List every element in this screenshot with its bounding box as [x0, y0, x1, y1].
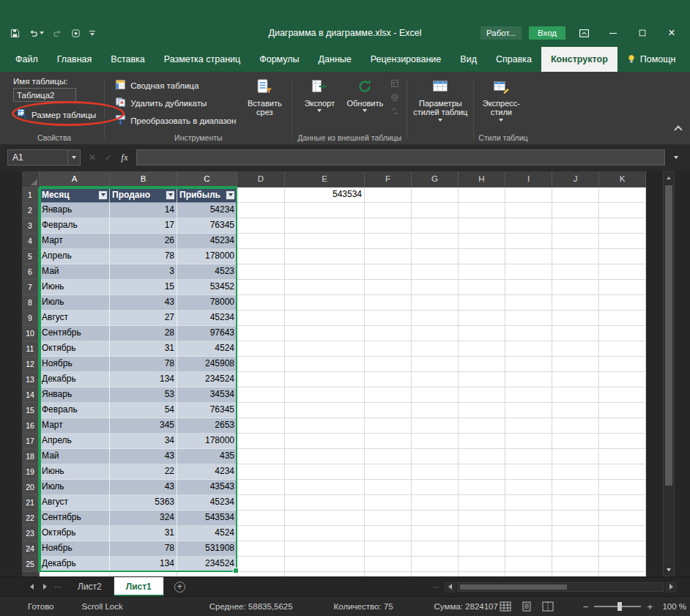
- row-header-6[interactable]: 6: [22, 264, 40, 280]
- cell-K1[interactable]: [599, 188, 646, 203]
- status-average[interactable]: Среднее: 58835,5625: [209, 602, 293, 611]
- cell-A12[interactable]: Ноябрь: [40, 357, 110, 372]
- pivot-table-button[interactable]: Сводная таблица: [109, 77, 242, 94]
- cell-G26[interactable]: [412, 572, 459, 576]
- row-header-25[interactable]: 25: [22, 557, 40, 572]
- ribbon-tab-4[interactable]: Формулы: [250, 47, 308, 72]
- cell-D20[interactable]: [237, 480, 285, 495]
- cell-H5[interactable]: [459, 249, 505, 264]
- column-header-H[interactable]: H: [459, 171, 505, 188]
- zoom-slider[interactable]: [594, 606, 641, 607]
- cell-I20[interactable]: [505, 480, 552, 495]
- cell-K21[interactable]: [599, 495, 646, 511]
- cell-J8[interactable]: [552, 295, 599, 311]
- cell-E19[interactable]: [285, 464, 365, 480]
- cell-D11[interactable]: [237, 341, 285, 357]
- status-sum[interactable]: Сумма: 2824107: [434, 602, 498, 611]
- ribbon-tab-2[interactable]: Вставка: [101, 47, 154, 72]
- cell-F10[interactable]: [365, 326, 412, 341]
- cell-B26[interactable]: [110, 572, 177, 576]
- cell-C18[interactable]: 435: [177, 449, 237, 464]
- row-header-15[interactable]: 15: [22, 403, 40, 418]
- cell-H18[interactable]: [459, 449, 505, 464]
- cell-K2[interactable]: [599, 203, 646, 218]
- remove-duplicates-button[interactable]: Удалить дубликаты: [109, 94, 242, 111]
- cell-K24[interactable]: [599, 541, 646, 557]
- cell-F25[interactable]: [365, 557, 412, 572]
- cell-G12[interactable]: [412, 357, 459, 372]
- cell-G13[interactable]: [412, 372, 459, 387]
- minimize-button[interactable]: [602, 24, 624, 42]
- cell-B2[interactable]: 14: [110, 203, 177, 218]
- cell-A14[interactable]: Январь: [40, 387, 110, 403]
- cell-J5[interactable]: [552, 249, 599, 264]
- cell-A10[interactable]: Сентябрь: [40, 326, 110, 341]
- cell-D26[interactable]: [237, 572, 285, 576]
- cell-C17[interactable]: 178000: [177, 434, 237, 449]
- formula-input[interactable]: [136, 149, 665, 166]
- cell-A5[interactable]: Апрель: [40, 249, 110, 264]
- cell-K11[interactable]: [599, 341, 646, 357]
- select-all-corner[interactable]: [22, 171, 40, 188]
- cell-J11[interactable]: [552, 341, 599, 357]
- cell-K8[interactable]: [599, 295, 646, 311]
- cell-E24[interactable]: [285, 541, 365, 557]
- ribbon-tab-7[interactable]: Вид: [450, 47, 486, 72]
- cell-C10[interactable]: 97643: [177, 326, 237, 341]
- cell-C3[interactable]: 76345: [177, 218, 237, 234]
- quick-styles-button[interactable]: Экспресс-стили: [478, 75, 524, 122]
- cell-E11[interactable]: [285, 341, 365, 357]
- cell-A22[interactable]: Сентябрь: [40, 511, 110, 526]
- expand-formula-bar-icon[interactable]: [669, 156, 683, 159]
- cell-G3[interactable]: [412, 218, 459, 234]
- cell-E1[interactable]: 543534: [285, 188, 365, 203]
- undo-icon[interactable]: [29, 29, 44, 38]
- cell-A18[interactable]: Май: [40, 449, 110, 464]
- row-header-12[interactable]: 12: [22, 357, 40, 372]
- cell-F1[interactable]: [365, 188, 412, 203]
- cell-B9[interactable]: 27: [110, 311, 177, 326]
- cell-G5[interactable]: [412, 249, 459, 264]
- cell-F23[interactable]: [365, 526, 412, 541]
- cell-H6[interactable]: [459, 264, 505, 280]
- cell-H7[interactable]: [459, 280, 505, 295]
- unlink-icon[interactable]: [389, 106, 401, 116]
- cell-E4[interactable]: [285, 234, 365, 249]
- cell-G24[interactable]: [412, 541, 459, 557]
- column-header-I[interactable]: I: [505, 171, 552, 188]
- cell-G9[interactable]: [412, 311, 459, 326]
- cell-G4[interactable]: [412, 234, 459, 249]
- cell-B8[interactable]: 43: [110, 295, 177, 311]
- cell-F18[interactable]: [365, 449, 412, 464]
- cell-K26[interactable]: [599, 572, 646, 576]
- row-header-7[interactable]: 7: [22, 280, 40, 295]
- new-sheet-button[interactable]: [174, 577, 185, 596]
- cell-I10[interactable]: [505, 326, 552, 341]
- cell-D24[interactable]: [237, 541, 285, 557]
- cell-D2[interactable]: [237, 203, 285, 218]
- cell-E26[interactable]: [285, 572, 365, 576]
- cell-J19[interactable]: [552, 464, 599, 480]
- cell-A19[interactable]: Июнь: [40, 464, 110, 480]
- cell-A2[interactable]: Январь: [40, 203, 110, 218]
- cell-A9[interactable]: Август: [40, 311, 110, 326]
- cell-I18[interactable]: [505, 449, 552, 464]
- row-header-23[interactable]: 23: [22, 526, 40, 541]
- cell-J1[interactable]: [552, 188, 599, 203]
- cell-C24[interactable]: 531908: [177, 541, 237, 557]
- cell-D6[interactable]: [237, 264, 285, 280]
- cell-C13[interactable]: 234524: [177, 372, 237, 387]
- cell-B16[interactable]: 345: [110, 418, 177, 434]
- cell-I7[interactable]: [505, 280, 552, 295]
- cell-G22[interactable]: [412, 511, 459, 526]
- cell-A23[interactable]: Октябрь: [40, 526, 110, 541]
- cell-K14[interactable]: [599, 387, 646, 403]
- cell-B20[interactable]: 43: [110, 480, 177, 495]
- cell-K17[interactable]: [599, 434, 646, 449]
- sheet-tab-list1[interactable]: Лист1: [114, 577, 164, 596]
- column-header-C[interactable]: C: [177, 171, 237, 188]
- cell-B11[interactable]: 31: [110, 341, 177, 357]
- vertical-scroll-track[interactable]: [664, 184, 674, 564]
- cell-I19[interactable]: [505, 464, 552, 480]
- ribbon-tab-0[interactable]: Файл: [6, 47, 48, 72]
